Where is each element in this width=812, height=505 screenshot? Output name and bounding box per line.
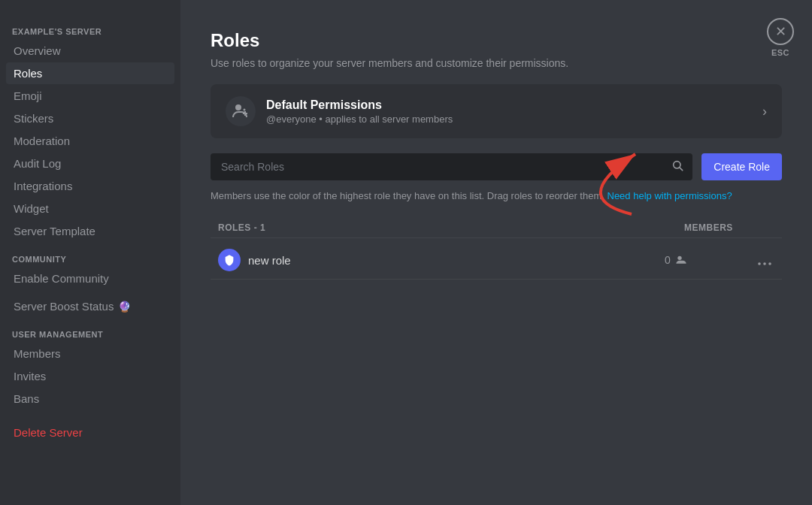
default-permissions-card[interactable]: Default Permissions @everyone • applies … bbox=[211, 84, 782, 138]
sidebar-user-management-label: USER MANAGEMENT bbox=[6, 318, 174, 342]
sidebar-item-label: Integrations bbox=[14, 180, 72, 192]
sidebar: EXAMPLE'S SERVER Overview Roles Emoji St… bbox=[0, 0, 180, 505]
roles-table-header: ROLES - 1 MEMBERS bbox=[211, 218, 782, 238]
sidebar-item-label: Bans bbox=[14, 392, 39, 405]
esc-label: ESC bbox=[771, 48, 789, 57]
sidebar-item-label: Server Template bbox=[14, 225, 95, 237]
sidebar-item-delete-server[interactable]: Delete Server bbox=[6, 422, 174, 443]
role-shield-icon bbox=[218, 249, 241, 271]
search-wrapper bbox=[211, 153, 692, 180]
permissions-icon bbox=[226, 96, 256, 126]
sidebar-item-enable-community[interactable]: Enable Community bbox=[6, 268, 174, 289]
sidebar-item-server-boost-status[interactable]: Server Boost Status 🔮 bbox=[6, 295, 174, 317]
close-button[interactable]: ✕ bbox=[767, 18, 794, 45]
boost-icon: 🔮 bbox=[118, 301, 131, 313]
members-col-label: MEMBERS bbox=[684, 222, 774, 233]
svg-point-6 bbox=[763, 262, 766, 265]
sidebar-item-bans[interactable]: Bans bbox=[6, 388, 174, 410]
chevron-right-icon: › bbox=[762, 104, 767, 119]
sidebar-item-moderation[interactable]: Moderation bbox=[6, 130, 174, 152]
sidebar-item-members[interactable]: Members bbox=[6, 343, 174, 364]
sidebar-item-emoji[interactable]: Emoji bbox=[6, 85, 174, 107]
main-content: ✕ ESC Roles Use roles to organize your s… bbox=[180, 0, 812, 505]
sidebar-item-label: Stickers bbox=[14, 112, 53, 125]
svg-point-1 bbox=[244, 109, 246, 111]
sidebar-item-integrations[interactable]: Integrations bbox=[6, 175, 174, 197]
svg-point-0 bbox=[235, 104, 241, 110]
sidebar-item-label: Delete Server bbox=[14, 426, 83, 439]
sidebar-server-name: EXAMPLE'S SERVER bbox=[6, 15, 174, 39]
sidebar-item-label: Enable Community bbox=[14, 272, 109, 285]
page-title: Roles bbox=[211, 30, 782, 51]
help-text-content: Members use the color of the highest rol… bbox=[211, 190, 604, 201]
sidebar-item-label: Emoji bbox=[14, 89, 42, 102]
role-members: 0 bbox=[665, 254, 755, 266]
sidebar-item-label: Moderation bbox=[14, 135, 70, 147]
sidebar-item-server-template[interactable]: Server Template bbox=[6, 220, 174, 242]
sidebar-item-label: Overview bbox=[14, 44, 61, 57]
search-input[interactable] bbox=[211, 153, 692, 180]
sidebar-item-label: Roles bbox=[14, 67, 42, 80]
close-button-area: ✕ ESC bbox=[767, 18, 794, 57]
sidebar-item-label: Members bbox=[14, 347, 61, 360]
table-row[interactable]: new role 0 bbox=[211, 241, 782, 280]
svg-point-5 bbox=[758, 262, 761, 265]
roles-count-label: ROLES - 1 bbox=[218, 222, 684, 233]
permissions-subtitle: @everyone • applies to all server member… bbox=[266, 113, 762, 125]
sidebar-item-label: Audit Log bbox=[14, 157, 61, 170]
role-name: new role bbox=[248, 254, 665, 267]
create-role-button[interactable]: Create Role bbox=[701, 153, 782, 180]
help-link[interactable]: Need help with permissions? bbox=[607, 190, 732, 201]
permissions-info: Default Permissions @everyone • applies … bbox=[266, 98, 762, 125]
sidebar-item-invites[interactable]: Invites bbox=[6, 365, 174, 387]
help-text: Members use the color of the highest rol… bbox=[211, 189, 782, 203]
sidebar-item-stickers[interactable]: Stickers bbox=[6, 107, 174, 129]
role-more-button[interactable] bbox=[755, 252, 774, 269]
sidebar-item-label: Server Boost Status bbox=[14, 300, 114, 313]
sidebar-item-roles[interactable]: Roles bbox=[6, 62, 174, 84]
close-icon: ✕ bbox=[775, 23, 786, 40]
sidebar-item-label: Widget bbox=[14, 202, 49, 215]
svg-point-4 bbox=[677, 256, 681, 260]
sidebar-item-label: Invites bbox=[14, 370, 46, 383]
search-row: Create Role bbox=[211, 153, 782, 180]
role-members-count: 0 bbox=[665, 254, 671, 266]
svg-point-7 bbox=[768, 262, 771, 265]
sidebar-item-widget[interactable]: Widget bbox=[6, 198, 174, 219]
sidebar-community-label: COMMUNITY bbox=[6, 243, 174, 267]
permissions-title: Default Permissions bbox=[266, 98, 762, 112]
sidebar-item-audit-log[interactable]: Audit Log bbox=[6, 153, 174, 174]
sidebar-item-overview[interactable]: Overview bbox=[6, 40, 174, 62]
page-description: Use roles to organize your server member… bbox=[211, 57, 782, 69]
